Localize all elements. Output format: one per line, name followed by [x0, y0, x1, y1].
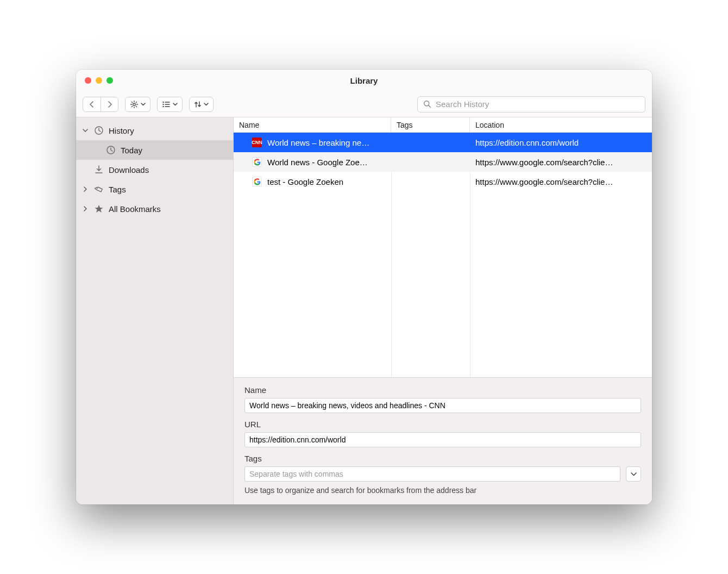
svg-point-0	[133, 103, 135, 105]
details-tags-label: Tags	[244, 454, 641, 463]
details-name-input[interactable]	[244, 398, 641, 413]
window-title: Library	[350, 76, 378, 85]
tags-dropdown-button[interactable]	[626, 466, 641, 482]
details-name-label: Name	[244, 385, 641, 395]
sidebar-item-history[interactable]: History	[76, 121, 233, 140]
svg-line-8	[429, 105, 431, 108]
organize-button[interactable]	[125, 97, 150, 112]
back-button[interactable]	[83, 97, 101, 111]
chevron-right-icon	[107, 101, 112, 108]
content-area: Name Tags Location CNN World news – brea…	[234, 117, 652, 504]
chevron-left-icon	[89, 101, 95, 108]
details-url-label: URL	[244, 420, 641, 429]
list-icon	[162, 101, 171, 108]
download-icon	[93, 164, 104, 175]
sidebar-item-today[interactable]: Today	[76, 140, 233, 160]
svg-point-2	[162, 103, 164, 104]
chevron-down-icon	[204, 103, 209, 106]
row-name: test - Google Zoeken	[267, 177, 391, 186]
gear-icon	[130, 100, 139, 109]
toolbar	[76, 91, 652, 117]
table-body: CNN World news – breaking ne… https://ed…	[234, 133, 652, 378]
chevron-right-icon[interactable]	[81, 206, 89, 211]
chevron-down-icon	[631, 472, 637, 476]
google-favicon	[252, 157, 262, 167]
sidebar-item-downloads[interactable]: Downloads	[76, 160, 233, 179]
clock-icon	[93, 125, 104, 136]
column-header-location[interactable]: Location	[470, 117, 652, 132]
search-icon	[423, 100, 431, 108]
sidebar-item-bookmarks[interactable]: All Bookmarks	[76, 199, 233, 219]
row-name: World news - Google Zoe…	[267, 158, 391, 167]
chevron-down-icon	[141, 103, 146, 106]
details-hint: Use tags to organize and search for book…	[244, 486, 641, 495]
traffic-lights	[85, 77, 113, 84]
sidebar: History Today Downloads	[76, 117, 234, 504]
table-header: Name Tags Location	[234, 117, 652, 133]
table-row[interactable]: test - Google Zoeken https://www.google.…	[234, 172, 652, 191]
clock-icon	[105, 145, 116, 155]
zoom-window-button[interactable]	[106, 77, 113, 84]
tag-icon	[93, 184, 104, 195]
sidebar-item-label: All Bookmarks	[109, 204, 161, 214]
chevron-down-icon	[173, 103, 178, 106]
chevron-right-icon[interactable]	[81, 186, 89, 192]
import-export-button[interactable]	[189, 97, 214, 112]
sidebar-item-label: Tags	[109, 185, 126, 194]
table-row[interactable]: World news - Google Zoe… https://www.goo…	[234, 152, 652, 172]
sidebar-item-tags[interactable]: Tags	[76, 179, 233, 199]
chevron-down-icon[interactable]	[81, 128, 89, 133]
search-input[interactable]	[436, 99, 639, 109]
updown-arrows-icon	[194, 101, 202, 108]
sidebar-item-label: Downloads	[109, 165, 149, 174]
column-header-tags[interactable]: Tags	[391, 117, 470, 132]
row-location: https://www.google.com/search?clie…	[470, 177, 652, 186]
main-area: History Today Downloads	[76, 117, 652, 504]
forward-button[interactable]	[101, 97, 118, 111]
library-window: Library	[76, 70, 652, 504]
views-button[interactable]	[157, 97, 183, 112]
row-location: https://www.google.com/search?clie…	[470, 158, 652, 167]
star-icon	[93, 203, 104, 214]
svg-point-7	[424, 101, 429, 106]
search-history-field[interactable]	[417, 96, 645, 113]
details-tags-input[interactable]	[244, 466, 620, 482]
svg-point-12	[97, 188, 98, 189]
nav-back-forward	[83, 97, 118, 112]
row-location: https://edition.cnn.com/world	[470, 138, 652, 147]
cnn-favicon: CNN	[252, 138, 262, 147]
details-url-input[interactable]	[244, 432, 641, 447]
table-row[interactable]: CNN World news – breaking ne… https://ed…	[234, 133, 652, 152]
sidebar-item-label: History	[109, 126, 134, 135]
titlebar: Library	[76, 70, 652, 91]
google-favicon	[252, 177, 262, 186]
svg-point-3	[162, 105, 164, 107]
sidebar-item-label: Today	[121, 146, 142, 155]
svg-point-1	[162, 101, 164, 102]
row-name: World news – breaking ne…	[267, 138, 391, 147]
column-header-name[interactable]: Name	[234, 117, 391, 132]
close-window-button[interactable]	[85, 77, 91, 84]
minimize-window-button[interactable]	[96, 77, 102, 84]
details-panel: Name URL Tags Use tags to organize and s…	[234, 378, 652, 504]
